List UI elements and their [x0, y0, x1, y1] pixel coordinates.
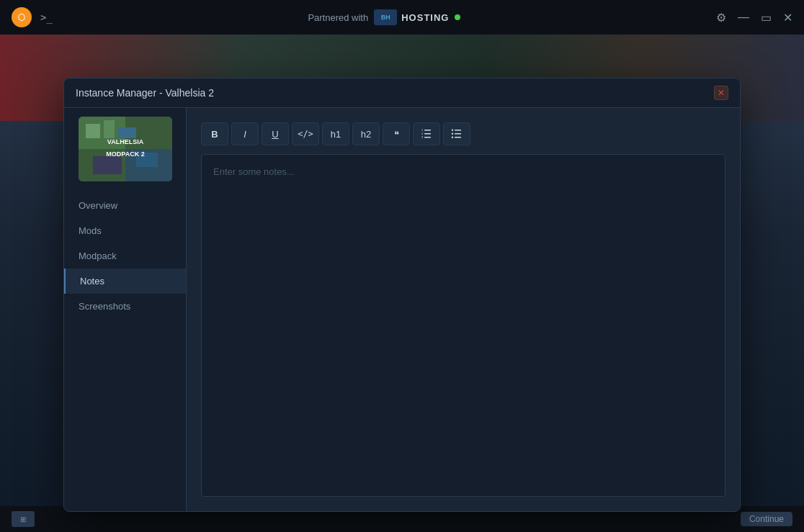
notes-main-content: B I U </> h1 h2 ❝ 1 2 3: [187, 108, 740, 511]
editor-toolbar: B I U </> h1 h2 ❝ 1 2 3: [201, 122, 725, 145]
minimize-icon[interactable]: —: [738, 11, 749, 24]
toolbar-underline-button[interactable]: U: [262, 122, 289, 145]
svg-point-20: [452, 133, 453, 135]
topbar: >_ Partnered with BH HOSTING ⚙ — ▭ ✕: [0, 0, 804, 35]
svg-rect-5: [118, 127, 136, 138]
maximize-icon[interactable]: ▭: [761, 11, 772, 24]
svg-rect-11: [424, 133, 431, 135]
sidebar: VALHELSIA MODPACK 2 Overview Mods Modpac…: [64, 108, 187, 511]
toolbar-h2-button[interactable]: h2: [352, 122, 380, 145]
thumbnail-image: VALHELSIA MODPACK 2: [79, 117, 172, 181]
bottombar-logo: ⊞: [12, 511, 35, 527]
modal-close-button[interactable]: ✕: [714, 86, 728, 100]
modal-titlebar: Instance Manager - Valhelsia 2 ✕: [64, 78, 740, 108]
toolbar-bold-button[interactable]: B: [201, 122, 228, 145]
app-logo: [12, 7, 32, 27]
modal-title: Instance Manager - Valhelsia 2: [76, 87, 214, 99]
sidebar-item-overview[interactable]: Overview: [64, 193, 186, 218]
toolbar-h1-button[interactable]: h1: [322, 122, 349, 145]
modal-overlay: Instance Manager - Valhelsia 2 ✕: [0, 35, 804, 506]
sidebar-item-modpack[interactable]: Modpack: [64, 243, 186, 269]
svg-rect-3: [86, 124, 100, 138]
svg-rect-10: [424, 130, 431, 131]
sidebar-item-screenshots[interactable]: Screenshots: [64, 294, 186, 319]
instance-manager-modal: Instance Manager - Valhelsia 2 ✕: [63, 78, 741, 512]
continue-button[interactable]: Continue: [741, 512, 792, 526]
window-close-icon[interactable]: ✕: [783, 11, 792, 24]
svg-rect-17: [455, 133, 461, 135]
editor-placeholder: Enter some notes...: [213, 166, 295, 177]
svg-rect-16: [455, 130, 461, 131]
settings-icon[interactable]: ⚙: [716, 11, 726, 24]
sidebar-item-mods[interactable]: Mods: [64, 218, 186, 243]
svg-rect-12: [424, 137, 431, 138]
topbar-left: >_: [12, 7, 53, 27]
svg-text:VALHELSIA: VALHELSIA: [107, 138, 143, 145]
topbar-center: Partnered with BH HOSTING: [308, 9, 460, 25]
toolbar-unordered-list-button[interactable]: [443, 122, 470, 145]
bisect-icon: BH: [374, 9, 397, 25]
svg-rect-7: [93, 156, 122, 174]
toolbar-blockquote-button[interactable]: ❝: [383, 122, 410, 145]
toolbar-italic-button[interactable]: I: [231, 122, 259, 145]
modpack-thumbnail: VALHELSIA MODPACK 2: [79, 117, 172, 181]
svg-point-19: [452, 130, 453, 131]
bisect-logo: BH HOSTING: [374, 9, 449, 25]
terminal-icon[interactable]: >_: [40, 12, 53, 23]
toolbar-code-button[interactable]: </>: [292, 122, 319, 145]
toolbar-ordered-list-button[interactable]: 1 2 3: [413, 122, 440, 145]
notes-editor-area[interactable]: Enter some notes...: [201, 154, 725, 497]
svg-rect-4: [104, 120, 115, 138]
bisect-text: HOSTING: [401, 12, 449, 23]
sidebar-nav: Overview Mods Modpack Notes Screenshots: [64, 193, 186, 319]
svg-rect-18: [455, 137, 461, 138]
online-status-dot: [455, 14, 460, 20]
sidebar-item-notes[interactable]: Notes: [64, 269, 186, 294]
svg-text:3: 3: [421, 135, 424, 139]
svg-text:MODPACK 2: MODPACK 2: [106, 150, 144, 158]
modal-body: VALHELSIA MODPACK 2 Overview Mods Modpac…: [64, 108, 740, 511]
svg-point-21: [452, 137, 453, 138]
partner-text: Partnered with: [308, 12, 368, 23]
topbar-right: ⚙ — ▭ ✕: [716, 11, 792, 24]
